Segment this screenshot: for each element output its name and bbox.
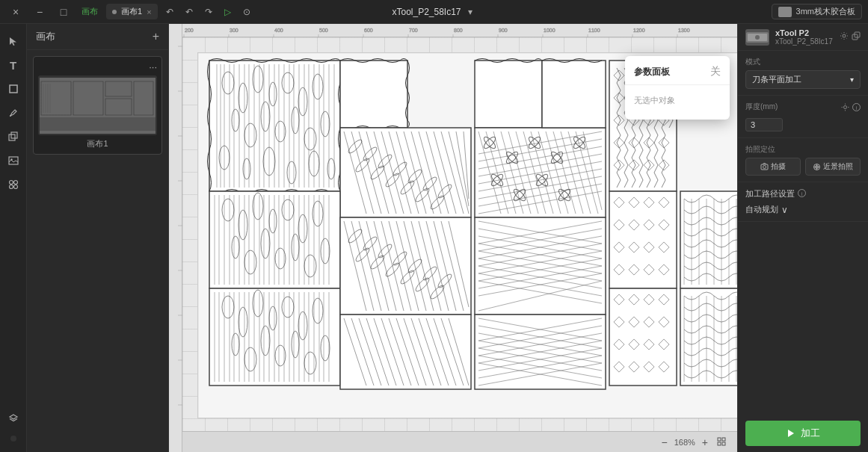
svg-text:1000: 1000: [544, 28, 555, 33]
thickness-label: 厚度(mm): [745, 102, 778, 112]
redo-button[interactable]: ↷: [201, 4, 216, 19]
svg-point-421: [755, 35, 760, 40]
panel-header: 画布 +: [27, 24, 168, 50]
svg-rect-178: [209, 288, 340, 386]
auto-layout-row: 自动规划 ∨: [745, 204, 861, 215]
sidebar-item-layers[interactable]: [2, 407, 25, 430]
thickness-input[interactable]: [745, 118, 783, 131]
thickness-section: 厚度(mm) i: [738, 96, 868, 138]
file-tab-label: 画布1: [121, 6, 142, 17]
file-tab-close-icon[interactable]: ×: [147, 7, 151, 16]
popup-header: 参数面板 关: [625, 62, 730, 85]
svg-rect-417: [718, 442, 721, 445]
ruler-horizontal: 200 300 400 500 600 700 800 900 1000 110…: [169, 24, 737, 37]
toolbar-center: xTool_P2_58Ic17 ▾: [392, 4, 475, 19]
device-name-label: xTool P2: [775, 28, 834, 37]
history-button[interactable]: ⊙: [239, 4, 254, 19]
mode-section: 模式 刀条平面加工 ▾: [738, 51, 868, 96]
material-badge[interactable]: 3mm栈木胶合板: [772, 4, 862, 19]
svg-point-6: [9, 181, 13, 185]
thickness-info-button[interactable]: i: [852, 103, 861, 114]
svg-rect-13: [105, 81, 132, 96]
calibrate-camera-label: 近景拍照: [823, 161, 853, 172]
process-button[interactable]: 加工: [745, 421, 861, 446]
sidebar-item-pen[interactable]: [2, 102, 25, 124]
svg-point-1: [10, 115, 11, 117]
svg-rect-108: [340, 128, 471, 217]
auto-layout-dropdown-button[interactable]: ∨: [781, 205, 788, 215]
sidebar-item-cursor[interactable]: [2, 30, 25, 52]
svg-text:800: 800: [454, 28, 463, 33]
svg-rect-47: [169, 24, 182, 452]
left-sidebar: T: [0, 24, 27, 452]
work-area[interactable]: 参数面板 关 无选中对象: [182, 37, 737, 431]
svg-point-429: [763, 165, 766, 168]
material-label: 3mm栈木胶合板: [796, 6, 855, 17]
svg-text:1300: 1300: [678, 28, 690, 33]
add-canvas-button[interactable]: +: [153, 30, 159, 43]
play-button[interactable]: ▷: [221, 4, 235, 19]
calibrate-camera-button[interactable]: 近景拍照: [805, 158, 861, 176]
auto-layout-label: 自动规划: [745, 204, 778, 215]
device-copy-button[interactable]: [852, 31, 861, 43]
canvas-area[interactable]: 200 300 400 500 600 700 800 900 1000 110…: [169, 24, 737, 452]
svg-text:300: 300: [230, 28, 238, 33]
calibrate-row: 拍摄 近景拍照: [745, 158, 861, 176]
undo-icon: ↶: [166, 7, 173, 17]
canvas-more-button[interactable]: ···: [149, 61, 157, 72]
process-settings-label: 加工路径设置: [745, 188, 795, 199]
panel-icons: [840, 31, 861, 43]
svg-text:400: 400: [274, 28, 283, 33]
device-model-label: xTool_P2_58Ic17: [775, 37, 834, 46]
mode-value-label: 刀条平面加工: [752, 74, 801, 85]
top-toolbar: × − □ 画布 画布1 × ↶ ↶ ↷ ▷ ⊙: [0, 0, 868, 24]
popup-title-label: 参数面板: [634, 66, 670, 78]
minimize-button[interactable]: −: [30, 4, 49, 20]
svg-point-425: [844, 106, 847, 109]
close-button[interactable]: ×: [6, 4, 25, 20]
canvas-preview: [38, 75, 157, 135]
svg-rect-14: [105, 99, 132, 115]
sidebar-item-image[interactable]: [2, 149, 25, 172]
device-settings-button[interactable]: [840, 31, 849, 43]
sidebar-item-copy[interactable]: [2, 126, 25, 148]
right-panel: xTool P2 xTool_P2_58Ic17 模式 刀条平面加工 ▾: [737, 24, 868, 452]
undo-button[interactable]: ↶: [162, 4, 177, 19]
svg-rect-20: [40, 117, 156, 131]
title-dropdown-button[interactable]: ▾: [464, 4, 476, 19]
calibrate-photo-button[interactable]: 拍摄: [745, 158, 801, 176]
popup-panel: 参数面板 关 无选中对象: [625, 56, 730, 120]
panel-title-label: 画布: [36, 30, 153, 43]
bottom-bar: − 168% +: [169, 431, 737, 452]
svg-marker-436: [788, 430, 794, 437]
svg-rect-0: [10, 85, 17, 93]
svg-rect-360: [609, 191, 677, 288]
svg-text:500: 500: [319, 28, 328, 33]
new-canvas-button[interactable]: 画布: [78, 4, 102, 19]
svg-text:600: 600: [364, 28, 373, 33]
play-icon: ▷: [224, 7, 231, 17]
popup-close-button[interactable]: 关: [710, 65, 721, 78]
canvas-list-item[interactable]: ···: [33, 56, 162, 155]
undo2-icon: ↶: [185, 7, 193, 17]
svg-rect-107: [475, 61, 542, 128]
toolbar-left: × − □ 画布 画布1 × ↶ ↶ ↷ ▷ ⊙: [6, 4, 254, 20]
zoom-plus-button[interactable]: +: [700, 436, 710, 448]
undo2-button[interactable]: ↶: [182, 4, 197, 19]
zoom-minus-button[interactable]: −: [659, 436, 669, 448]
thickness-settings-button[interactable]: [841, 103, 849, 114]
sidebar-item-shape[interactable]: [2, 78, 25, 100]
calibrate-section: 拍照定位 拍摄 近景拍照: [738, 138, 868, 182]
mode-selector[interactable]: 刀条平面加工 ▾: [745, 70, 861, 89]
svg-rect-12: [73, 81, 103, 115]
sidebar-item-text[interactable]: T: [2, 54, 25, 76]
zoom-fit-button[interactable]: [715, 436, 728, 448]
process-info-button[interactable]: i: [798, 189, 806, 199]
popup-empty-label: 无选中对象: [634, 96, 675, 105]
sidebar-item-elements[interactable]: [2, 173, 25, 196]
maximize-button[interactable]: □: [54, 4, 73, 20]
material-icon: [778, 7, 792, 17]
svg-rect-377: [609, 288, 677, 386]
svg-rect-15: [134, 81, 153, 115]
file-tab[interactable]: 画布1 ×: [106, 4, 158, 19]
